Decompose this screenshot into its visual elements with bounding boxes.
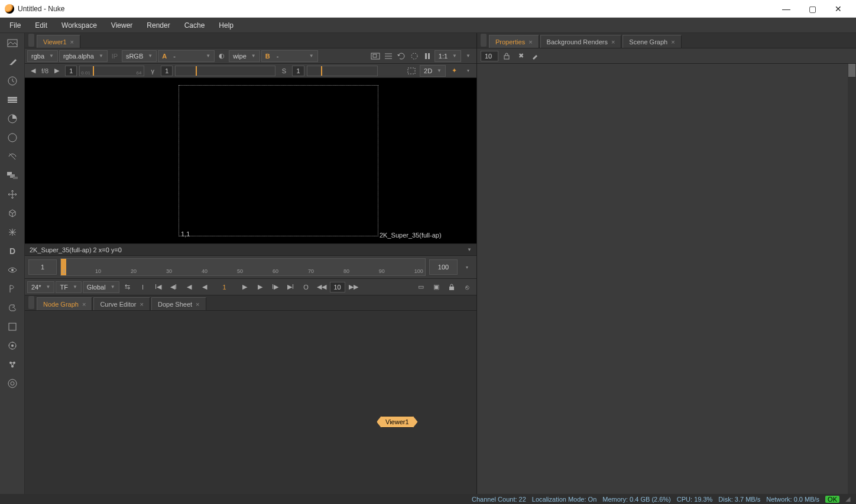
close-tab-icon[interactable]: × xyxy=(671,38,675,45)
viewer-expand-icon[interactable]: ▾ xyxy=(462,65,474,77)
close-tab-icon[interactable]: × xyxy=(70,38,74,45)
tool-merge-icon[interactable] xyxy=(6,169,19,182)
tool-furnace-icon[interactable] xyxy=(6,339,19,352)
tool-all-plugins-icon[interactable] xyxy=(6,377,19,390)
roi-icon[interactable] xyxy=(369,50,381,62)
tab-viewer1[interactable]: Viewer1 × xyxy=(37,35,80,48)
clip-warn-icon[interactable]: ◐ xyxy=(216,50,228,62)
gamma-field[interactable]: 1 xyxy=(161,66,173,76)
first-frame-button[interactable]: I◀ xyxy=(151,281,166,294)
dock-grip-icon[interactable] xyxy=(28,34,34,47)
lock-panel-icon[interactable] xyxy=(501,50,513,62)
ip-toggle[interactable]: IP xyxy=(109,50,121,62)
menu-edit[interactable]: Edit xyxy=(29,19,53,32)
tool-metadata-icon[interactable] xyxy=(6,282,19,295)
scroll-thumb[interactable] xyxy=(848,64,855,77)
wipe-dropdown[interactable]: wipe▼ xyxy=(229,50,260,62)
play-back-button[interactable]: ◀ xyxy=(197,281,212,294)
viewer-canvas[interactable]: 1,1 2K_Super_35(full-ap) xyxy=(25,78,476,243)
close-tab-icon[interactable]: × xyxy=(528,38,532,45)
gain-slider[interactable]: 0.0164 xyxy=(79,66,144,76)
tool-other-icon[interactable] xyxy=(6,320,19,333)
gamma-s-field[interactable]: 1 xyxy=(292,66,304,76)
flipbook-icon[interactable]: ▭ xyxy=(414,281,428,294)
minimize-button[interactable]: — xyxy=(773,1,799,17)
tab-properties[interactable]: Properties× xyxy=(489,35,539,48)
menu-help[interactable]: Help xyxy=(213,19,239,32)
tool-particles-icon[interactable] xyxy=(6,226,19,239)
dock-grip-icon[interactable] xyxy=(481,34,487,47)
menu-workspace[interactable]: Workspace xyxy=(56,19,103,32)
tool-image-icon[interactable] xyxy=(6,37,19,50)
proxy-icon[interactable] xyxy=(382,50,394,62)
viewer-magnify-icon[interactable]: ✦ xyxy=(448,65,460,77)
b-input-dropdown[interactable]: B -▼ xyxy=(261,50,318,62)
edit-panel-icon[interactable] xyxy=(529,50,541,62)
step-forward-button[interactable]: ▶ xyxy=(253,281,267,294)
fstop-next-icon[interactable]: ▶ xyxy=(51,65,63,77)
clear-panels-icon[interactable]: ✖ xyxy=(515,50,527,62)
resize-grip-icon[interactable]: ◢ xyxy=(845,495,851,503)
sync-icon[interactable]: ⇆ xyxy=(121,281,135,294)
capture-icon[interactable]: ▣ xyxy=(429,281,443,294)
close-tab-icon[interactable]: × xyxy=(140,301,144,308)
viewer-settings-icon[interactable]: ▼ xyxy=(462,50,474,62)
play-forward-button[interactable]: ▶ xyxy=(238,281,252,294)
skip-fwd-button[interactable]: ▶▶ xyxy=(346,281,361,294)
tool-draw-icon[interactable] xyxy=(6,56,19,69)
properties-max-field[interactable]: 10 xyxy=(481,51,498,61)
tf-dropdown[interactable]: TF▼ xyxy=(56,281,81,293)
pause-render-icon[interactable] xyxy=(408,50,420,62)
last-frame-button[interactable]: ▶I xyxy=(284,281,298,294)
close-button[interactable]: ✕ xyxy=(825,1,851,17)
tool-filter-icon[interactable] xyxy=(6,131,19,144)
node-viewer1[interactable]: Viewer1 xyxy=(377,416,418,428)
fps-dropdown[interactable]: 24*▼ xyxy=(27,281,54,293)
tool-3d-icon[interactable] xyxy=(6,207,19,220)
timeline-ruler[interactable]: 1102030405060708090100 xyxy=(60,258,426,276)
dock-grip-icon[interactable] xyxy=(28,296,34,309)
current-frame-field[interactable]: 1 xyxy=(213,284,236,291)
timeline-out-field[interactable]: 100 xyxy=(429,259,458,275)
tool-channel-icon[interactable] xyxy=(6,93,19,106)
viewer-mode-dropdown[interactable]: 2D▼ xyxy=(420,65,446,77)
tool-toolsets-icon[interactable] xyxy=(6,301,19,314)
prev-key-button[interactable]: ◀I xyxy=(167,281,181,294)
close-tab-icon[interactable]: × xyxy=(82,301,86,308)
channels-dropdown[interactable]: rgba▼ xyxy=(27,50,58,62)
bbox-icon[interactable] xyxy=(406,65,417,77)
lock-icon[interactable] xyxy=(445,281,459,294)
menu-file[interactable]: File xyxy=(4,19,27,32)
step-back-button[interactable]: ◀ xyxy=(182,281,196,294)
gamma-s-slider[interactable] xyxy=(307,66,378,76)
zoom-dropdown[interactable]: 1:1▼ xyxy=(435,50,461,62)
lut-dropdown[interactable]: sRGB▼ xyxy=(122,50,157,62)
close-tab-icon[interactable]: × xyxy=(611,38,615,45)
tool-transform-icon[interactable] xyxy=(6,188,19,201)
a-input-dropdown[interactable]: A -▼ xyxy=(158,50,215,62)
tool-deep-icon[interactable]: D xyxy=(6,245,19,258)
alpha-dropdown[interactable]: rgba.alpha▼ xyxy=(59,50,108,62)
playhead[interactable] xyxy=(61,259,66,276)
timeline-expand-icon[interactable]: ▾ xyxy=(461,261,473,273)
tool-community-icon[interactable] xyxy=(6,358,19,371)
tool-keyer-icon[interactable] xyxy=(6,150,19,163)
timeline-in-field[interactable]: 1 xyxy=(28,259,57,275)
tool-views-icon[interactable] xyxy=(6,264,19,277)
skip-count-field[interactable]: 10 xyxy=(330,282,345,292)
status-menu-icon[interactable]: ▼ xyxy=(467,247,472,252)
export-icon[interactable]: ⎋ xyxy=(460,281,474,294)
menu-viewer[interactable]: Viewer xyxy=(105,19,138,32)
tab-nodegraph[interactable]: Node Graph× xyxy=(37,297,92,310)
refresh-icon[interactable] xyxy=(395,50,407,62)
scrollbar[interactable] xyxy=(848,64,856,494)
maximize-button[interactable]: ▢ xyxy=(799,1,825,17)
tab-bgrenders[interactable]: Background Renders× xyxy=(540,35,622,48)
menu-cache[interactable]: Cache xyxy=(179,19,211,32)
pause-icon[interactable] xyxy=(421,50,433,62)
set-out-button[interactable]: O xyxy=(299,281,313,294)
tab-scenegraph[interactable]: Scene Graph× xyxy=(622,35,681,48)
gamma-slider[interactable] xyxy=(175,66,275,76)
tool-color-icon[interactable] xyxy=(6,112,19,125)
set-in-button[interactable]: I xyxy=(136,281,150,294)
